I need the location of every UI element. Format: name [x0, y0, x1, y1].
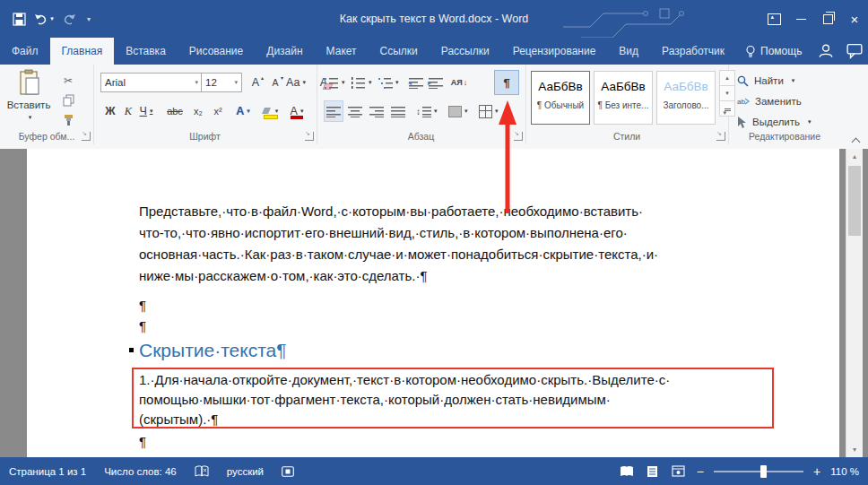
pilcrow-mark: ¶ [139, 298, 146, 313]
read-mode-button[interactable] [619, 463, 635, 480]
style-heading[interactable]: АаБбВв Заголово... [656, 71, 716, 125]
justify-button[interactable] [388, 100, 408, 122]
scrollbar-thumb[interactable] [848, 166, 861, 236]
subscript-button[interactable]: x₂ [188, 100, 208, 122]
word-count-status[interactable]: Число слов: 46 [104, 466, 177, 477]
shading-button[interactable] [447, 100, 469, 122]
numbering-button[interactable] [351, 72, 373, 93]
increase-indent-button[interactable] [426, 72, 446, 93]
save-button[interactable] [7, 7, 30, 30]
align-left-button[interactable] [324, 100, 343, 122]
zoom-out-button[interactable]: − [697, 465, 704, 478]
collapse-ribbon-icon[interactable] [852, 136, 859, 143]
print-layout-icon [647, 465, 658, 478]
font-size-combo[interactable]: 12 [201, 73, 242, 92]
red-highlight-box: 1.·Для·начала·откройте·документ,·текст·в… [132, 368, 774, 429]
zoom-level[interactable]: 110 % [830, 466, 859, 477]
multilevel-list-button[interactable] [378, 72, 400, 93]
tab-home[interactable]: Главная [50, 38, 115, 65]
superscript-button[interactable]: x² [208, 100, 228, 122]
highlight-color-button[interactable] [260, 100, 280, 122]
zoom-slider-thumb[interactable] [760, 465, 767, 478]
tab-draw[interactable]: Рисование [178, 38, 255, 65]
tab-file[interactable]: Файл [0, 38, 50, 65]
font-group-label: Шрифт [93, 131, 317, 142]
save-icon [13, 13, 26, 26]
align-center-button[interactable] [345, 100, 365, 122]
text-effects-button[interactable]: А [233, 100, 253, 122]
align-right-button[interactable] [367, 100, 386, 122]
restore-button[interactable] [814, 5, 841, 32]
sign-in-person-icon[interactable] [818, 43, 834, 59]
print-layout-button[interactable] [645, 463, 661, 480]
qat-customize-button[interactable] [82, 7, 95, 30]
tab-insert[interactable]: Вставка [114, 38, 178, 65]
decrease-indent-button[interactable] [406, 72, 426, 93]
tab-view[interactable]: Вид [607, 38, 650, 65]
underline-button[interactable]: Ч [136, 100, 156, 122]
copy-icon [63, 94, 74, 107]
tab-review[interactable]: Рецензирование [501, 38, 608, 65]
line-spacing-icon [422, 106, 431, 117]
zoom-slider[interactable] [714, 471, 803, 472]
tab-mailings[interactable]: Рассылки [430, 38, 501, 65]
paste-button[interactable]: Вставить [5, 69, 52, 132]
vertical-scrollbar[interactable] [846, 149, 863, 457]
format-painter-button[interactable] [57, 111, 79, 129]
line-spacing-button[interactable] [415, 100, 438, 122]
language-status[interactable]: русский [227, 466, 264, 477]
document-page[interactable]: Представьте,·что·в·файл·Word,·с·которым·… [27, 149, 839, 457]
replace-button[interactable]: ab Заменить [737, 92, 802, 110]
tell-me-help[interactable]: Помощь [736, 38, 811, 65]
font-family-combo[interactable]: Arial [100, 73, 203, 92]
redo-button[interactable] [57, 7, 81, 30]
strikethrough-button[interactable]: abc [165, 100, 185, 122]
svg-text:ab: ab [737, 98, 745, 106]
close-button[interactable]: × [841, 5, 868, 32]
text-line: 1.·Для·начала·откройте·документ,·текст·в… [139, 370, 670, 390]
bullets-button[interactable] [324, 72, 346, 93]
group-font: Arial 12 А А Аа А Ж К Ч abc x₂ x² А А [93, 65, 317, 144]
scroll-up-icon[interactable] [846, 149, 863, 164]
font-family-value: Arial [105, 77, 126, 88]
find-button[interactable]: Найти [737, 72, 794, 90]
change-case-button[interactable]: Аа [285, 72, 307, 93]
document-heading: Скрытие·текста¶ [139, 340, 286, 361]
comments-icon[interactable] [846, 43, 863, 59]
bold-button[interactable]: Ж [100, 100, 120, 122]
style-no-spacing[interactable]: АаБбВв ¶ Без инте... [594, 71, 653, 125]
help-label: Помощь [760, 45, 802, 57]
zoom-in-button[interactable]: + [813, 465, 820, 478]
style-normal[interactable]: АаБбВв ¶ Обычный [531, 71, 590, 125]
tab-references[interactable]: Ссылки [369, 38, 430, 65]
italic-button[interactable]: К [118, 100, 138, 122]
web-layout-button[interactable] [671, 463, 687, 480]
ribbon-display-options-button[interactable] [760, 5, 787, 32]
undo-button[interactable] [32, 7, 56, 30]
font-color-bar [291, 116, 303, 119]
page-count-status[interactable]: Страница 1 из 1 [9, 466, 86, 477]
tab-design[interactable]: Дизайн [255, 38, 314, 65]
proofing-status-icon[interactable] [195, 465, 209, 478]
show-formatting-marks-button[interactable]: ¶ [494, 70, 519, 95]
minimize-button[interactable] [787, 5, 814, 32]
sort-button[interactable]: АЯ [449, 72, 469, 93]
font-color-button[interactable]: А [287, 100, 307, 122]
shrink-font-button[interactable]: А [265, 72, 285, 93]
select-button[interactable]: Выделить [737, 113, 812, 131]
copy-button[interactable] [57, 91, 79, 109]
group-clipboard: Вставить ✂ Буфер обм... [0, 65, 94, 144]
paragraph-anchor-square [129, 348, 134, 352]
text-line: помощью·мышки·тот·фрагмент·текста,·котор… [139, 390, 670, 410]
cut-button[interactable]: ✂ [57, 72, 79, 90]
macro-record-icon[interactable] [282, 466, 294, 477]
text-line: (скрытым).·¶ [139, 410, 670, 429]
scroll-down-icon[interactable] [846, 442, 863, 457]
align-right-icon [369, 106, 384, 117]
grow-font-button[interactable]: А [246, 72, 265, 93]
tab-layout[interactable]: Макет [315, 38, 369, 65]
tab-developer[interactable]: Разработчик [650, 38, 736, 65]
numbering-icon [352, 77, 366, 89]
bullets-icon [325, 77, 339, 89]
multilevel-list-icon [378, 77, 393, 89]
